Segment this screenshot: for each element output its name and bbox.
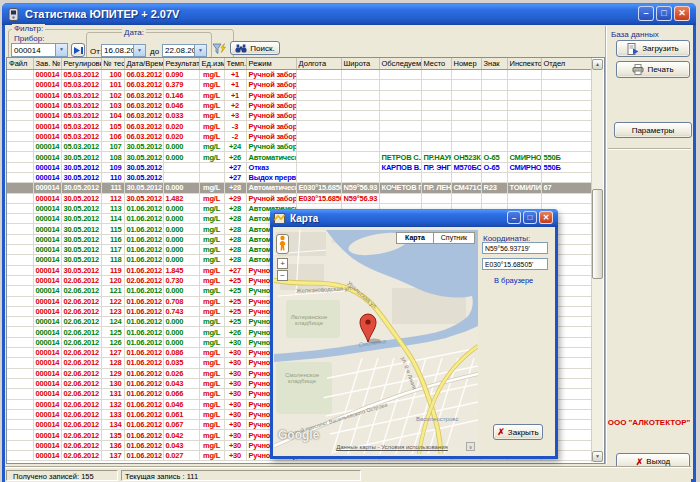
column-header[interactable]: Результат	[163, 58, 199, 70]
load-button[interactable]: Загрузить	[616, 40, 690, 57]
table-row[interactable]: 00001405.03.201210006.03.20120.090mg/L+1…	[7, 70, 591, 80]
map-type-button[interactable]: Карта	[396, 232, 434, 244]
column-header[interactable]: Файл	[7, 58, 33, 70]
column-header[interactable]: Долгота	[296, 58, 341, 70]
device-apply-button[interactable]	[71, 43, 85, 57]
minimize-button[interactable]: –	[638, 6, 654, 21]
column-header[interactable]: Место	[421, 58, 451, 70]
column-header[interactable]: Знак	[481, 58, 507, 70]
column-header[interactable]: Дата/Время	[124, 58, 163, 70]
table-cell: +30	[224, 358, 246, 368]
map-canvas[interactable]: Железноводская ул. Лютеранское кладбище …	[274, 230, 478, 454]
table-row[interactable]: 00001405.03.201210506.03.20120.020mg/L-3…	[7, 121, 591, 131]
table-cell: 132	[101, 399, 124, 409]
column-header[interactable]: № тест.	[101, 58, 124, 70]
table-row[interactable]: 00001430.05.201211030.05.2012+27Выдох пр…	[7, 172, 591, 182]
map-close-button[interactable]: ✗ Закрыть	[493, 424, 543, 440]
table-cell	[481, 142, 507, 152]
table-cell: 000014	[33, 420, 61, 430]
open-in-browser-link[interactable]: В браузере	[494, 276, 533, 285]
satellite-type-button[interactable]: Спутник	[433, 232, 475, 244]
print-button[interactable]: Печать	[616, 61, 690, 78]
column-header[interactable]: Регулировка	[61, 58, 101, 70]
table-row[interactable]: 00001405.03.201210406.03.20120.033mg/L+3…	[7, 111, 591, 121]
table-scrollbar[interactable]: ▲ ▼	[591, 59, 603, 462]
table-cell: 000014	[33, 234, 61, 244]
column-header[interactable]: Режим	[246, 58, 296, 70]
table-cell: 02.06.2012	[61, 378, 101, 388]
table-row[interactable]: 00001405.03.201210730.05.20120.000mg/L+2…	[7, 142, 591, 152]
column-header[interactable]: Зав. №	[33, 58, 61, 70]
table-row[interactable]: 00001405.03.201210606.03.20120.020mg/L-2…	[7, 131, 591, 141]
column-header[interactable]: Широта	[341, 58, 379, 70]
map-close-icon-button[interactable]: ✕	[539, 211, 553, 224]
chevron-down-icon[interactable]: ▼	[133, 45, 145, 56]
table-cell	[421, 100, 451, 110]
table-cell	[296, 70, 341, 80]
pegman-control[interactable]	[276, 234, 289, 254]
table-cell: +25	[224, 275, 246, 285]
table-cell	[7, 193, 33, 203]
filter-funnel-icon[interactable]	[212, 42, 226, 56]
latitude-field[interactable]: N59°56.93719'	[482, 242, 548, 254]
scroll-up-icon[interactable]: ▲	[592, 59, 603, 70]
scrollbar-thumb[interactable]	[592, 189, 603, 279]
table-row[interactable]: 00001405.03.201210306.03.20120.046mg/L+2…	[7, 100, 591, 110]
search-button[interactable]: Поиск.	[230, 41, 280, 55]
table-cell: mg/L	[199, 306, 224, 316]
table-cell: mg/L	[199, 183, 224, 193]
zoom-out-button[interactable]: −	[277, 270, 288, 281]
app-window: Статистика ЮПИТЕР + 2.07V – □ ✕ Фильтр: …	[2, 3, 696, 482]
device-combobox[interactable]: 000014 ▼	[11, 43, 68, 57]
table-cell: 104	[101, 111, 124, 121]
table-cell: 01.06.2012	[124, 420, 163, 430]
scroll-down-icon[interactable]: ▼	[592, 451, 603, 462]
date-to-picker[interactable]: 22.08.2012 ▼	[162, 44, 207, 57]
collapse-icon[interactable]: ∨	[466, 442, 475, 451]
table-cell: 105	[101, 121, 124, 131]
table-row[interactable]: 00001430.05.201211230.05.20121.482mg/L+2…	[7, 193, 591, 203]
maximize-button[interactable]: □	[656, 6, 672, 21]
table-cell: Ручной забор	[246, 90, 296, 100]
map-maximize-button[interactable]: □	[523, 211, 537, 224]
column-header[interactable]: Инспектор	[507, 58, 541, 70]
table-cell: 01.06.2012	[124, 327, 163, 337]
parameters-button[interactable]: Параметры	[614, 122, 692, 138]
chevron-down-icon[interactable]: ▼	[55, 44, 67, 56]
table-cell: Ручной забор	[246, 193, 296, 203]
close-button[interactable]: ✕	[674, 6, 690, 21]
zoom-in-button[interactable]: +	[277, 258, 288, 269]
database-group-label: База данных	[611, 30, 659, 39]
column-header[interactable]: Номер	[451, 58, 481, 70]
column-header[interactable]: Отдел	[541, 58, 591, 70]
table-row[interactable]: 00001405.03.201210206.03.20120.146mg/L+1…	[7, 90, 591, 100]
table-cell: 01.06.2012	[124, 234, 163, 244]
table-row[interactable]: 00001430.05.201210930.05.2012+27ОтказКАР…	[7, 162, 591, 172]
table-cell: ПР.НАУК	[421, 152, 451, 162]
table-row[interactable]: 00001405.03.201210106.03.20120.379mg/L+1…	[7, 80, 591, 90]
table-row[interactable]: 00001430.05.201211130.05.20120.000mg/L+2…	[7, 183, 591, 193]
table-cell: 0.042	[163, 430, 199, 440]
table-cell: Ручной забор	[246, 100, 296, 110]
table-cell: Ручной забор	[246, 131, 296, 141]
column-header[interactable]: Ед.изме	[199, 58, 224, 70]
app-titlebar[interactable]: Статистика ЮПИТЕР + 2.07V – □ ✕	[2, 3, 696, 25]
table-cell: 02.06.2012	[61, 389, 101, 399]
chevron-down-icon[interactable]: ▼	[194, 45, 206, 56]
table-cell	[296, 111, 341, 121]
column-header[interactable]: Темп.	[224, 58, 246, 70]
date-from-picker[interactable]: 16.08.2012 ▼	[101, 44, 146, 57]
map-titlebar[interactable]: Карта – □ ✕	[270, 209, 558, 227]
map-minimize-button[interactable]: –	[507, 211, 521, 224]
table-cell: +30	[224, 430, 246, 440]
table-cell: 0.000	[163, 255, 199, 265]
table-cell: Ручной забор	[246, 80, 296, 90]
table-cell	[7, 162, 33, 172]
column-header[interactable]: Обследуемый	[379, 58, 421, 70]
table-cell	[541, 193, 591, 203]
table-cell: mg/L	[199, 80, 224, 90]
table-cell	[481, 111, 507, 121]
table-row[interactable]: 00001430.05.201210830.05.20120.000mg/L+2…	[7, 152, 591, 162]
map-attribution-links[interactable]: Данные карты - Условия использования	[322, 444, 462, 450]
longitude-field[interactable]: E030°15.68505'	[482, 258, 548, 270]
